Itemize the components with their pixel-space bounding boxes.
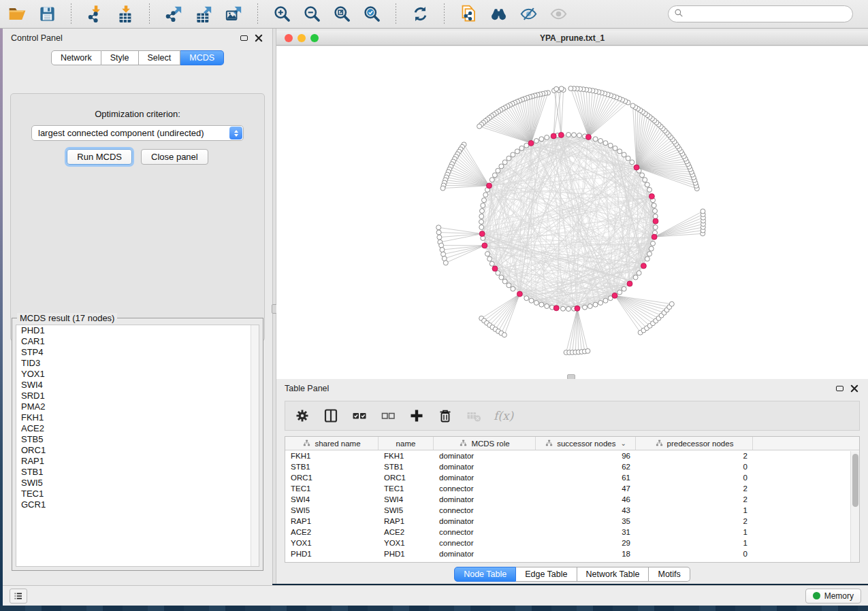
table-panel-title: Table Panel xyxy=(285,384,830,393)
column-header-successor-nodes[interactable]: successor nodes⌄ xyxy=(536,437,636,450)
mcds-node-item[interactable]: PHD1 xyxy=(16,325,259,336)
column-header-shared-name[interactable]: shared name xyxy=(285,437,379,450)
zoom-in-icon[interactable] xyxy=(272,4,292,24)
mcds-node-item[interactable]: SWI5 xyxy=(16,478,259,489)
table-row[interactable]: RAP1RAP1dominator352 xyxy=(285,516,859,527)
task-history-button[interactable] xyxy=(10,589,27,604)
table-cell: 29 xyxy=(536,539,636,547)
mcds-node-item[interactable]: SRD1 xyxy=(16,391,259,401)
table-row[interactable]: TEC1TEC1connector472 xyxy=(285,483,859,494)
delete-row-icon[interactable] xyxy=(435,406,455,426)
table-cell: RAP1 xyxy=(285,517,379,525)
optimization-criterion-dropdown[interactable]: largest connected component (undirected) xyxy=(31,125,244,141)
export-image-icon[interactable] xyxy=(223,4,244,24)
column-header-predecessor-nodes[interactable]: predecessor nodes xyxy=(636,437,753,450)
column-show-icon[interactable] xyxy=(321,406,341,426)
close-panel-icon[interactable] xyxy=(253,33,264,43)
memory-button[interactable]: Memory xyxy=(805,589,861,604)
toolbar-separator xyxy=(444,3,445,25)
table-row[interactable]: SWI4SWI4dominator462 xyxy=(285,494,859,505)
tab-select[interactable]: Select xyxy=(139,50,181,65)
table-cell: RAP1 xyxy=(379,517,434,525)
binoculars-icon[interactable] xyxy=(488,4,509,24)
tab-network[interactable]: Network xyxy=(51,50,101,65)
mcds-node-item[interactable]: CAR1 xyxy=(16,336,259,347)
save-icon[interactable] xyxy=(37,4,57,24)
import-table-icon[interactable] xyxy=(115,4,135,24)
zoom-fit-icon[interactable] xyxy=(332,4,352,24)
mcds-node-item[interactable]: ACE2 xyxy=(16,423,259,434)
select-all-icon[interactable] xyxy=(349,406,370,426)
mcds-result-group: MCDS result (17 nodes) PHD1CAR1STP4TID3Y… xyxy=(12,318,263,571)
table-tab-network-table[interactable]: Network Table xyxy=(577,567,649,582)
table-cell: SWI4 xyxy=(285,495,379,503)
close-panel-button[interactable]: Close panel xyxy=(141,149,208,165)
open-folder-icon[interactable] xyxy=(7,4,27,24)
mcds-node-item[interactable]: STB1 xyxy=(16,467,259,478)
float-panel-icon[interactable] xyxy=(238,33,249,43)
mcds-list-scrollbar[interactable] xyxy=(251,325,259,566)
tab-style[interactable]: Style xyxy=(101,50,139,65)
toolbar-separator xyxy=(71,3,71,25)
table-tab-edge-table[interactable]: Edge Table xyxy=(516,567,577,582)
network-titlebar[interactable]: YPA_prune.txt_1 xyxy=(276,31,868,46)
dropdown-value: largest connected component (undirected) xyxy=(32,128,229,138)
table-cell: connector xyxy=(434,528,536,536)
mcds-node-item[interactable]: TID3 xyxy=(16,358,259,369)
network-file-icon[interactable] xyxy=(458,4,479,24)
gear-icon[interactable] xyxy=(292,406,312,426)
mcds-node-item[interactable]: STP4 xyxy=(16,347,259,358)
add-row-icon[interactable] xyxy=(406,406,427,426)
table-row[interactable]: ACE2ACE2connector311 xyxy=(285,527,859,538)
table-cell: 31 xyxy=(536,528,636,536)
table-cell: 43 xyxy=(536,506,636,514)
zoom-out-icon[interactable] xyxy=(302,4,322,24)
network-canvas[interactable] xyxy=(276,46,868,379)
table-row[interactable]: STB1STB1dominator620 xyxy=(285,461,859,472)
memory-status-icon xyxy=(813,592,820,599)
mcds-node-item[interactable]: ORC1 xyxy=(16,445,259,456)
mcds-node-item[interactable]: SWI4 xyxy=(16,380,259,391)
hide-graphics-icon[interactable] xyxy=(518,4,539,24)
column-header-name[interactable]: name xyxy=(379,437,434,450)
float-panel-icon[interactable] xyxy=(834,384,845,393)
export-network-icon[interactable] xyxy=(163,4,184,24)
zoom-selected-icon[interactable] xyxy=(361,4,382,24)
run-mcds-button[interactable]: Run MCDS xyxy=(67,149,132,165)
tab-mcds[interactable]: MCDS xyxy=(180,50,224,65)
table-header-row: shared namenameMCDS rolesuccessor nodes⌄… xyxy=(285,437,859,450)
search-box[interactable] xyxy=(668,5,853,22)
table-row[interactable]: FKH1FKH1dominator962 xyxy=(285,450,859,461)
mcds-node-item[interactable]: YOX1 xyxy=(16,369,259,380)
scrollbar-thumb[interactable] xyxy=(852,454,858,507)
table-cell: ACE2 xyxy=(285,528,379,536)
refresh-icon[interactable] xyxy=(410,4,430,24)
mcds-node-item[interactable]: STB5 xyxy=(16,434,259,445)
table-scrollbar[interactable] xyxy=(850,451,859,562)
table-tab-node-table[interactable]: Node Table xyxy=(454,567,516,582)
deselect-all-icon[interactable] xyxy=(378,406,398,426)
table-cell: 2 xyxy=(636,484,753,493)
mcds-node-item[interactable]: TEC1 xyxy=(16,489,259,499)
table-cell: 0 xyxy=(636,474,753,482)
table-cell: FKH1 xyxy=(285,452,379,460)
table-tab-motifs[interactable]: Motifs xyxy=(649,567,690,582)
table-row[interactable]: ORC1ORC1dominator610 xyxy=(285,472,859,483)
mcds-node-item[interactable]: PMA2 xyxy=(16,401,259,412)
mcds-node-item[interactable]: GCR1 xyxy=(16,499,259,510)
table-cell: dominator xyxy=(434,550,536,558)
network-graph[interactable] xyxy=(276,46,868,379)
column-type-icon xyxy=(545,439,553,448)
table-tabs: Node TableEdge TableNetwork TableMotifs xyxy=(276,567,868,582)
column-header-MCDS-role[interactable]: MCDS role xyxy=(434,437,536,450)
table-row[interactable]: YOX1YOX1connector291 xyxy=(285,538,859,548)
import-network-icon[interactable] xyxy=(85,4,106,24)
table-row[interactable]: SWI5SWI5connector431 xyxy=(285,505,859,516)
close-panel-icon[interactable] xyxy=(849,384,860,393)
export-table-icon[interactable] xyxy=(193,4,214,24)
mcds-node-item[interactable]: RAP1 xyxy=(16,456,259,467)
mcds-node-item[interactable]: FKH1 xyxy=(16,412,259,423)
search-input[interactable] xyxy=(687,9,847,20)
table-row[interactable]: PHD1PHD1dominator180 xyxy=(285,548,859,559)
toolbar-separator xyxy=(396,3,396,25)
